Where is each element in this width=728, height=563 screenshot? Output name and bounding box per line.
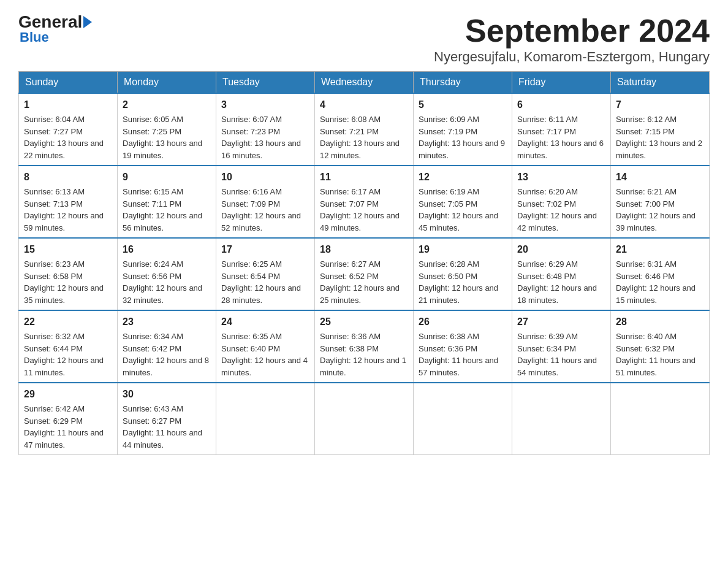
day-number: 6 xyxy=(517,98,605,112)
month-title: September 2024 xyxy=(434,12,710,49)
day-number: 11 xyxy=(320,170,408,185)
logo-arrow-icon xyxy=(83,16,92,28)
day-number: 28 xyxy=(616,315,704,329)
calendar-cell: 8 Sunrise: 6:13 AMSunset: 7:13 PMDayligh… xyxy=(19,166,118,238)
day-of-week-header: Tuesday xyxy=(216,72,315,94)
day-number: 17 xyxy=(221,242,309,257)
day-info: Sunrise: 6:36 AMSunset: 6:38 PMDaylight:… xyxy=(320,332,406,377)
calendar-cell: 11 Sunrise: 6:17 AMSunset: 7:07 PMDaylig… xyxy=(315,166,414,238)
calendar-cell xyxy=(315,383,414,455)
day-info: Sunrise: 6:15 AMSunset: 7:11 PMDaylight:… xyxy=(123,187,202,232)
calendar-cell: 10 Sunrise: 6:16 AMSunset: 7:09 PMDaylig… xyxy=(216,166,315,238)
calendar-cell: 9 Sunrise: 6:15 AMSunset: 7:11 PMDayligh… xyxy=(118,166,216,238)
day-number: 15 xyxy=(24,242,112,257)
day-info: Sunrise: 6:38 AMSunset: 6:36 PMDaylight:… xyxy=(419,332,498,377)
day-info: Sunrise: 6:29 AMSunset: 6:48 PMDaylight:… xyxy=(517,259,597,305)
day-info: Sunrise: 6:04 AMSunset: 7:27 PMDaylight:… xyxy=(24,115,104,160)
day-of-week-header: Wednesday xyxy=(315,72,414,94)
day-number: 30 xyxy=(123,387,211,402)
day-number: 14 xyxy=(616,170,704,185)
day-info: Sunrise: 6:19 AMSunset: 7:05 PMDaylight:… xyxy=(419,187,498,232)
day-info: Sunrise: 6:24 AMSunset: 6:56 PMDaylight:… xyxy=(123,259,202,305)
week-row: 22 Sunrise: 6:32 AMSunset: 6:44 PMDaylig… xyxy=(19,310,710,383)
calendar-cell: 19 Sunrise: 6:28 AMSunset: 6:50 PMDaylig… xyxy=(414,238,512,310)
calendar-cell: 18 Sunrise: 6:27 AMSunset: 6:52 PMDaylig… xyxy=(315,238,414,310)
calendar-cell: 23 Sunrise: 6:34 AMSunset: 6:42 PMDaylig… xyxy=(118,310,216,383)
calendar-cell: 16 Sunrise: 6:24 AMSunset: 6:56 PMDaylig… xyxy=(118,238,216,310)
day-number: 20 xyxy=(517,242,605,257)
day-of-week-header: Sunday xyxy=(19,72,118,94)
day-info: Sunrise: 6:42 AMSunset: 6:29 PMDaylight:… xyxy=(24,404,104,450)
calendar-cell: 26 Sunrise: 6:38 AMSunset: 6:36 PMDaylig… xyxy=(414,310,512,383)
day-info: Sunrise: 6:20 AMSunset: 7:02 PMDaylight:… xyxy=(517,187,597,232)
day-of-week-header: Monday xyxy=(118,72,216,94)
calendar-cell: 3 Sunrise: 6:07 AMSunset: 7:23 PMDayligh… xyxy=(216,93,315,166)
day-info: Sunrise: 6:11 AMSunset: 7:17 PMDaylight:… xyxy=(517,115,604,160)
calendar-table: SundayMondayTuesdayWednesdayThursdayFrid… xyxy=(18,71,710,455)
day-number: 23 xyxy=(123,315,211,329)
day-of-week-header: Saturday xyxy=(611,72,710,94)
calendar-cell: 1 Sunrise: 6:04 AMSunset: 7:27 PMDayligh… xyxy=(19,93,118,166)
calendar-cell: 21 Sunrise: 6:31 AMSunset: 6:46 PMDaylig… xyxy=(611,238,710,310)
calendar-cell: 25 Sunrise: 6:36 AMSunset: 6:38 PMDaylig… xyxy=(315,310,414,383)
day-info: Sunrise: 6:21 AMSunset: 7:00 PMDaylight:… xyxy=(616,187,696,232)
calendar-cell xyxy=(216,383,315,455)
day-info: Sunrise: 6:05 AMSunset: 7:25 PMDaylight:… xyxy=(123,115,202,160)
days-of-week-row: SundayMondayTuesdayWednesdayThursdayFrid… xyxy=(19,72,710,94)
page-header: General Blue September 2024 Nyergesujfal… xyxy=(18,12,710,65)
day-number: 26 xyxy=(419,315,507,329)
calendar-cell: 29 Sunrise: 6:42 AMSunset: 6:29 PMDaylig… xyxy=(19,383,118,455)
calendar-cell: 7 Sunrise: 6:12 AMSunset: 7:15 PMDayligh… xyxy=(611,93,710,166)
day-info: Sunrise: 6:31 AMSunset: 6:46 PMDaylight:… xyxy=(616,259,696,305)
day-number: 10 xyxy=(221,170,309,185)
day-info: Sunrise: 6:39 AMSunset: 6:34 PMDaylight:… xyxy=(517,332,597,377)
day-info: Sunrise: 6:32 AMSunset: 6:44 PMDaylight:… xyxy=(24,332,104,377)
day-of-week-header: Thursday xyxy=(414,72,512,94)
logo: General Blue xyxy=(18,12,93,45)
day-number: 21 xyxy=(616,242,704,257)
day-number: 7 xyxy=(616,98,704,112)
day-info: Sunrise: 6:12 AMSunset: 7:15 PMDaylight:… xyxy=(616,115,702,160)
day-number: 5 xyxy=(419,98,507,112)
day-info: Sunrise: 6:23 AMSunset: 6:58 PMDaylight:… xyxy=(24,259,104,305)
day-number: 19 xyxy=(419,242,507,257)
day-number: 22 xyxy=(24,315,112,329)
calendar-cell: 24 Sunrise: 6:35 AMSunset: 6:40 PMDaylig… xyxy=(216,310,315,383)
location-subtitle: Nyergesujfalu, Komarom-Esztergom, Hungar… xyxy=(434,49,710,65)
day-number: 16 xyxy=(123,242,211,257)
day-number: 24 xyxy=(221,315,309,329)
day-info: Sunrise: 6:13 AMSunset: 7:13 PMDaylight:… xyxy=(24,187,104,232)
day-info: Sunrise: 6:16 AMSunset: 7:09 PMDaylight:… xyxy=(221,187,301,232)
logo-blue-label: Blue xyxy=(20,29,49,45)
day-info: Sunrise: 6:27 AMSunset: 6:52 PMDaylight:… xyxy=(320,259,400,305)
day-number: 13 xyxy=(517,170,605,185)
day-number: 18 xyxy=(320,242,408,257)
week-row: 8 Sunrise: 6:13 AMSunset: 7:13 PMDayligh… xyxy=(19,166,710,238)
day-number: 4 xyxy=(320,98,408,112)
day-number: 3 xyxy=(221,98,309,112)
calendar-cell: 22 Sunrise: 6:32 AMSunset: 6:44 PMDaylig… xyxy=(19,310,118,383)
day-number: 2 xyxy=(123,98,211,112)
calendar-cell xyxy=(512,383,611,455)
calendar-cell: 12 Sunrise: 6:19 AMSunset: 7:05 PMDaylig… xyxy=(414,166,512,238)
day-number: 27 xyxy=(517,315,605,329)
calendar-cell: 6 Sunrise: 6:11 AMSunset: 7:17 PMDayligh… xyxy=(512,93,611,166)
day-info: Sunrise: 6:35 AMSunset: 6:40 PMDaylight:… xyxy=(221,332,308,377)
day-of-week-header: Friday xyxy=(512,72,611,94)
day-info: Sunrise: 6:09 AMSunset: 7:19 PMDaylight:… xyxy=(419,115,505,160)
day-number: 9 xyxy=(123,170,211,185)
day-info: Sunrise: 6:28 AMSunset: 6:50 PMDaylight:… xyxy=(419,259,498,305)
day-number: 1 xyxy=(24,98,112,112)
calendar-cell: 4 Sunrise: 6:08 AMSunset: 7:21 PMDayligh… xyxy=(315,93,414,166)
calendar-cell xyxy=(414,383,512,455)
calendar-cell: 15 Sunrise: 6:23 AMSunset: 6:58 PMDaylig… xyxy=(19,238,118,310)
day-info: Sunrise: 6:08 AMSunset: 7:21 PMDaylight:… xyxy=(320,115,400,160)
day-info: Sunrise: 6:25 AMSunset: 6:54 PMDaylight:… xyxy=(221,259,301,305)
day-number: 25 xyxy=(320,315,408,329)
day-number: 8 xyxy=(24,170,112,185)
calendar-cell: 14 Sunrise: 6:21 AMSunset: 7:00 PMDaylig… xyxy=(611,166,710,238)
day-number: 12 xyxy=(419,170,507,185)
day-number: 29 xyxy=(24,387,112,402)
week-row: 15 Sunrise: 6:23 AMSunset: 6:58 PMDaylig… xyxy=(19,238,710,310)
day-info: Sunrise: 6:34 AMSunset: 6:42 PMDaylight:… xyxy=(123,332,209,377)
